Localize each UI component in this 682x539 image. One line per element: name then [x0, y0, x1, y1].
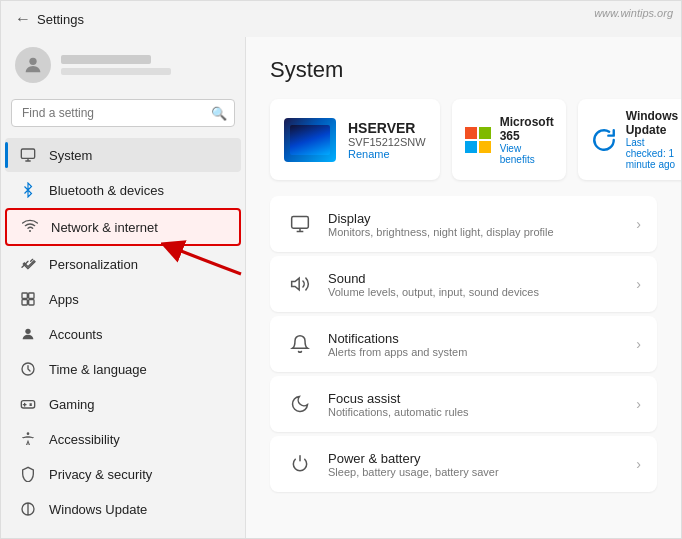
personalization-icon	[19, 255, 37, 273]
time-icon	[19, 360, 37, 378]
nav-list: System Bluetooth & devices Network & int…	[1, 137, 245, 538]
sidebar-label-accounts: Accounts	[49, 327, 102, 342]
network-icon	[21, 218, 39, 236]
apps-icon	[19, 290, 37, 308]
page-title: System	[270, 57, 657, 83]
device-info: HSERVER SVF15212SNW Rename	[348, 120, 426, 160]
display-icon	[286, 210, 314, 238]
sound-chevron: ›	[636, 276, 641, 292]
back-button[interactable]: ←	[15, 10, 31, 28]
sidebar-item-apps[interactable]: Apps	[5, 282, 241, 316]
svg-point-2	[29, 230, 31, 232]
windows-update-icon	[590, 126, 618, 154]
sidebar-label-system: System	[49, 148, 92, 163]
privacy-icon	[19, 465, 37, 483]
sidebar-label-privacy: Privacy & security	[49, 467, 152, 482]
notifications-chevron: ›	[636, 336, 641, 352]
power-subtitle: Sleep, battery usage, battery saver	[328, 466, 622, 478]
sidebar-item-system[interactable]: System	[5, 138, 241, 172]
device-card[interactable]: HSERVER SVF15212SNW Rename	[270, 99, 440, 180]
settings-window: www.wintips.org ← Settings 🔍	[0, 0, 682, 539]
sidebar-label-network: Network & internet	[51, 220, 158, 235]
accessibility-icon	[19, 430, 37, 448]
sound-icon	[286, 270, 314, 298]
sound-subtitle: Volume levels, output, input, sound devi…	[328, 286, 622, 298]
power-text: Power & battery Sleep, battery usage, ba…	[328, 451, 622, 478]
svg-rect-4	[29, 293, 34, 298]
user-email	[61, 68, 171, 75]
accounts-icon	[19, 325, 37, 343]
sidebar-item-accounts[interactable]: Accounts	[5, 317, 241, 351]
svg-point-7	[25, 329, 30, 334]
setting-focus[interactable]: Focus assist Notifications, automatic ru…	[270, 376, 657, 432]
display-subtitle: Monitors, brightness, night light, displ…	[328, 226, 622, 238]
user-name	[61, 55, 151, 64]
microsoft365-icon	[464, 126, 492, 154]
svg-point-10	[27, 432, 30, 435]
sidebar-item-update[interactable]: Windows Update	[5, 492, 241, 526]
power-chevron: ›	[636, 456, 641, 472]
display-text: Display Monitors, brightness, night ligh…	[328, 211, 622, 238]
title-bar: ← Settings	[1, 1, 681, 37]
svg-rect-3	[22, 293, 27, 298]
notifications-icon	[286, 330, 314, 358]
search-input[interactable]	[11, 99, 235, 127]
svg-point-0	[29, 58, 36, 65]
sidebar-item-bluetooth[interactable]: Bluetooth & devices	[5, 173, 241, 207]
device-image	[284, 118, 336, 162]
svg-rect-14	[479, 141, 491, 153]
sidebar-item-personalization[interactable]: Personalization	[5, 247, 241, 281]
sidebar-label-gaming: Gaming	[49, 397, 95, 412]
device-model: SVF15212SNW	[348, 136, 426, 148]
sidebar-item-privacy[interactable]: Privacy & security	[5, 457, 241, 491]
user-profile[interactable]	[1, 37, 245, 93]
microsoft365-title: Microsoft 365	[500, 115, 554, 143]
sidebar-item-time[interactable]: Time & language	[5, 352, 241, 386]
settings-list: Display Monitors, brightness, night ligh…	[270, 196, 657, 492]
notifications-text: Notifications Alerts from apps and syste…	[328, 331, 622, 358]
setting-display[interactable]: Display Monitors, brightness, night ligh…	[270, 196, 657, 252]
setting-sound[interactable]: Sound Volume levels, output, input, soun…	[270, 256, 657, 312]
search-icon: 🔍	[211, 106, 227, 121]
focus-text: Focus assist Notifications, automatic ru…	[328, 391, 622, 418]
sidebar-label-apps: Apps	[49, 292, 79, 307]
windows-update-subtitle: Last checked: 1 minute ago	[626, 137, 679, 170]
sound-title: Sound	[328, 271, 622, 286]
device-name: HSERVER	[348, 120, 426, 136]
svg-rect-5	[22, 300, 27, 305]
microsoft365-subtitle[interactable]: View benefits	[500, 143, 554, 165]
sidebar-item-network[interactable]: Network & internet	[5, 208, 241, 246]
focus-chevron: ›	[636, 396, 641, 412]
watermark: www.wintips.org	[594, 7, 673, 19]
sidebar-label-bluetooth: Bluetooth & devices	[49, 183, 164, 198]
svg-rect-13	[465, 141, 477, 153]
user-info	[61, 55, 171, 75]
notifications-title: Notifications	[328, 331, 622, 346]
top-cards: HSERVER SVF15212SNW Rename Microsoft 365…	[270, 99, 657, 180]
small-cards: Microsoft 365 View benefits Windows Upda…	[452, 99, 681, 180]
search-box: 🔍	[11, 99, 235, 127]
setting-power[interactable]: Power & battery Sleep, battery usage, ba…	[270, 436, 657, 492]
svg-rect-1	[21, 149, 34, 158]
sidebar: 🔍 System Bluetooth & devices	[1, 37, 246, 538]
svg-rect-12	[479, 127, 491, 139]
microsoft365-card[interactable]: Microsoft 365 View benefits	[452, 99, 566, 180]
system-icon	[19, 146, 37, 164]
display-title: Display	[328, 211, 622, 226]
avatar	[15, 47, 51, 83]
focus-subtitle: Notifications, automatic rules	[328, 406, 622, 418]
focus-title: Focus assist	[328, 391, 622, 406]
microsoft365-info: Microsoft 365 View benefits	[500, 115, 554, 165]
device-rename-link[interactable]: Rename	[348, 148, 426, 160]
main-content: System HSERVER SVF15212SNW Rename	[246, 37, 681, 538]
windows-update-card[interactable]: Windows Update Last checked: 1 minute ag…	[578, 99, 681, 180]
svg-rect-15	[292, 217, 309, 229]
sidebar-label-time: Time & language	[49, 362, 147, 377]
update-icon	[19, 500, 37, 518]
sidebar-item-accessibility[interactable]: Accessibility	[5, 422, 241, 456]
window-title: Settings	[37, 12, 84, 27]
svg-rect-6	[29, 300, 34, 305]
setting-notifications[interactable]: Notifications Alerts from apps and syste…	[270, 316, 657, 372]
power-icon	[286, 450, 314, 478]
sidebar-item-gaming[interactable]: Gaming	[5, 387, 241, 421]
